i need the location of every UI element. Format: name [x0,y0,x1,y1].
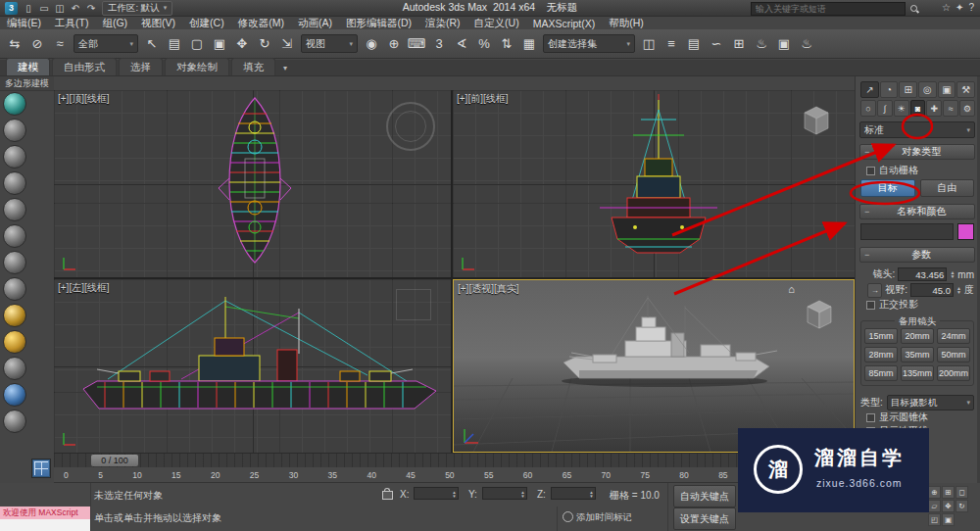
rectangular-selection-icon[interactable]: ▢ [186,33,208,55]
ribbon-tool-orb-icon[interactable] [3,304,26,327]
orbit-icon[interactable]: ↻ [956,500,968,512]
snaps-toggle-icon[interactable]: 3 [428,33,450,55]
orthographic-projection-checkbox[interactable] [866,301,875,310]
utilities-tab-icon[interactable]: ⚒ [956,81,975,98]
autogrid-checkbox[interactable] [866,167,875,175]
use-pivot-center-icon[interactable]: ◉ [361,33,382,55]
window-crossing-icon[interactable]: ▣ [209,33,230,55]
z-coordinate-field[interactable]: ▲▼ [551,487,596,500]
ribbon-tool-orb-icon[interactable] [3,145,26,169]
menu-item[interactable]: 工具(T) [48,17,95,30]
parameters-rollout-header[interactable]: 参数 [859,247,975,263]
display-tab-icon[interactable]: ▣ [938,81,956,98]
stock-lens-button[interactable]: 35mm [901,347,934,362]
fov-value-field[interactable]: 45.0 [910,283,954,297]
viewcube-icon[interactable] [796,102,837,139]
zoom-region-icon[interactable]: ◰ [928,513,941,526]
ribbon-tool-orb-icon[interactable] [3,224,26,248]
zoom-icon[interactable]: ⊕ [928,486,941,499]
ribbon-tool-orb-icon[interactable] [3,410,26,433]
stock-lens-button[interactable]: 24mm [937,328,970,344]
ribbon-tool-orb-icon[interactable] [3,198,26,221]
viewport-left-label[interactable]: [+][左][线框] [58,281,110,295]
menu-item[interactable]: 组(G) [95,17,134,30]
free-camera-button[interactable]: 自由 [920,179,975,197]
viewcube-compass-icon[interactable] [386,102,435,151]
infocenter-help-icon[interactable]: ? [968,2,974,13]
systems-category-icon[interactable]: ⚙ [959,100,975,117]
app-logo-icon[interactable]: 3 [5,2,18,15]
set-key-button[interactable]: 设置关键点 [673,507,736,530]
render-setup-icon[interactable]: ♨ [751,33,772,55]
select-and-scale-icon[interactable]: ⇲ [276,33,298,55]
hierarchy-tab-icon[interactable]: ⊞ [899,81,917,98]
y-coordinate-field[interactable]: ▲▼ [482,487,527,500]
percent-snap-icon[interactable]: % [473,33,495,55]
viewport-front[interactable]: [+][前][线框] [453,90,855,277]
menu-item[interactable]: 图形编辑器(D) [339,17,418,30]
schematic-view-icon[interactable]: ⊞ [728,33,750,55]
select-and-rotate-icon[interactable]: ↻ [254,33,275,55]
ribbon-tool-orb-icon[interactable] [3,92,26,116]
spinner-snap-icon[interactable]: ⇅ [496,33,517,55]
lens-spinner[interactable]: ▲▼ [950,270,955,278]
tab-selection[interactable]: 选择 [119,58,163,75]
save-file-icon[interactable]: ◫ [53,3,67,14]
maximize-viewport-toggle-icon[interactable]: ▣ [942,513,955,526]
time-slider-handle[interactable]: 0 / 100 [91,455,138,466]
target-camera-button[interactable]: 目标 [860,179,915,197]
viewcube-home-icon[interactable]: ⌂ [788,283,795,295]
menu-item[interactable]: 修改器(M) [231,17,291,30]
stock-lens-button[interactable]: 20mm [901,328,934,344]
zoom-all-icon[interactable]: ⊞ [942,486,955,499]
viewport-top-label[interactable]: [+][顶][线框] [58,92,110,106]
helpers-category-icon[interactable]: ✚ [926,100,942,117]
select-and-manipulate-icon[interactable]: ⊕ [383,33,405,55]
name-and-color-rollout-header[interactable]: 名称和颜色 [859,204,975,219]
stock-lens-button[interactable]: 135mm [901,365,934,381]
viewcube-faint-icon[interactable] [396,289,431,320]
field-of-view-icon[interactable]: ▱ [928,500,941,512]
stock-lens-button[interactable]: 50mm [937,347,970,362]
maxscript-mini-listener-pink[interactable]: 欢迎使用 MAXScript [0,507,90,519]
unlink-selection-icon[interactable]: ⊘ [26,33,48,55]
auto-key-button[interactable]: 自动关键点 [673,485,736,507]
infocenter-search-input[interactable] [751,2,906,16]
geometry-category-icon[interactable]: ○ [860,100,876,117]
battleship-perspective-render[interactable] [454,280,854,452]
tab-populate[interactable]: 填充 [231,58,275,75]
battleship-front-view-wireframe[interactable] [453,90,855,277]
viewport-layout-tabs-icon[interactable] [31,459,51,478]
x-coordinate-field[interactable]: ▲▼ [414,487,459,500]
object-class-dropdown[interactable]: 标准 [859,121,975,138]
curve-editor-icon[interactable]: ∽ [706,33,727,55]
fov-spinner[interactable]: ▲▼ [956,286,961,294]
menu-item[interactable]: 自定义(U) [467,17,526,30]
render-production-icon[interactable]: ♨ [796,33,817,55]
menu-item[interactable]: 动画(A) [291,17,339,30]
selection-filter-dropdown[interactable]: 全部 [74,34,138,53]
cameras-category-icon[interactable]: ◙ [910,100,926,117]
rendered-frame-icon[interactable]: ▣ [773,33,795,55]
keyboard-override-icon[interactable]: ⌨ [406,33,427,55]
viewcube-icon[interactable] [799,296,840,333]
lights-category-icon[interactable]: ☀ [894,100,909,117]
pan-icon[interactable]: ✥ [942,500,955,512]
menu-item[interactable]: 编辑(E) [0,17,48,30]
open-file-icon[interactable]: ▭ [37,3,51,14]
ribbon-tool-orb-icon[interactable] [3,330,26,354]
search-icon[interactable] [909,4,919,14]
motion-tab-icon[interactable]: ◎ [918,81,937,98]
viewport-front-label[interactable]: [+][前][线框] [457,92,509,106]
fov-direction-flyout-button[interactable]: → [867,283,882,298]
stock-lens-button[interactable]: 28mm [864,347,898,362]
maxscript-mini-listener-white[interactable] [0,519,90,531]
zoom-extents-icon[interactable]: ◻ [956,486,968,499]
viewport-perspective-active[interactable]: [+][透视][真实] ⌂ [453,279,855,453]
angle-snap-icon[interactable]: ∢ [451,33,472,55]
align-icon[interactable]: ≡ [661,33,682,55]
object-name-field[interactable] [860,223,954,240]
bind-to-space-warp-icon[interactable]: ≈ [49,33,71,55]
ribbon-tool-orb-icon[interactable] [3,383,26,407]
select-object-icon[interactable]: ↖ [141,33,163,55]
